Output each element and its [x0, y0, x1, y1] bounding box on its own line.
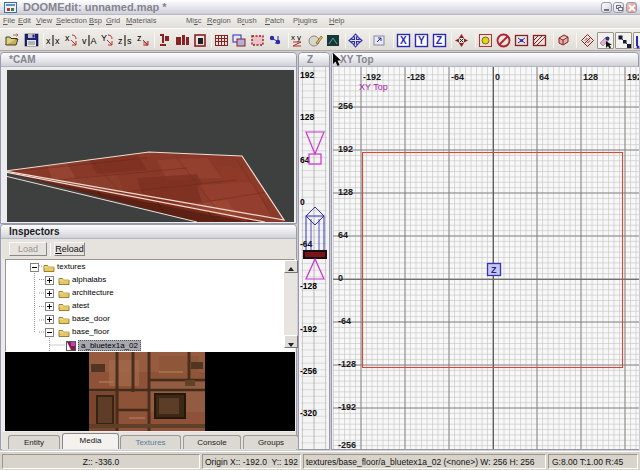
svg-text:192: 192	[627, 72, 639, 82]
svg-text:x: x	[46, 36, 51, 46]
svg-text:128: 128	[338, 187, 353, 197]
svg-text:x: x	[291, 33, 295, 42]
svg-text:64: 64	[539, 72, 549, 82]
svg-text:Z: Z	[491, 265, 497, 275]
svg-text:-128: -128	[338, 359, 356, 369]
svg-text:-256: -256	[300, 366, 317, 376]
svg-text:-192: -192	[300, 324, 317, 334]
svg-text:N: N	[143, 40, 148, 47]
svg-text:-192: -192	[338, 402, 356, 412]
svg-text:128: 128	[583, 72, 598, 82]
svg-text:0: 0	[338, 273, 343, 283]
svg-text:Y: Y	[101, 33, 107, 43]
svg-text:64: 64	[300, 155, 310, 165]
svg-text:XY Top: XY Top	[359, 82, 388, 92]
svg-text:192: 192	[338, 144, 353, 154]
svg-text:-320: -320	[300, 408, 317, 418]
svg-text:-128: -128	[407, 72, 425, 82]
svg-text:z: z	[137, 33, 142, 43]
svg-text:x: x	[65, 33, 70, 43]
svg-text:s: s	[127, 36, 132, 46]
svg-text:A: A	[91, 36, 97, 46]
svg-text:0: 0	[495, 72, 500, 82]
svg-text:0: 0	[300, 197, 305, 207]
svg-text:-256: -256	[338, 440, 356, 449]
svg-text:-128: -128	[300, 281, 317, 291]
svg-text:-64: -64	[338, 316, 351, 326]
svg-text:X: X	[400, 35, 407, 46]
svg-text:128: 128	[300, 112, 314, 122]
svg-text:-64: -64	[451, 72, 464, 82]
svg-text:Y: Y	[418, 35, 425, 46]
svg-text:z: z	[118, 36, 123, 46]
svg-text:v: v	[82, 36, 87, 46]
svg-text:192: 192	[300, 70, 314, 80]
svg-text:x: x	[55, 36, 60, 46]
svg-text:-192: -192	[363, 72, 381, 82]
svg-text:64: 64	[338, 230, 348, 240]
svg-text:256: 256	[338, 101, 353, 111]
svg-text:y: y	[297, 33, 301, 42]
svg-text:Z: Z	[436, 35, 442, 46]
